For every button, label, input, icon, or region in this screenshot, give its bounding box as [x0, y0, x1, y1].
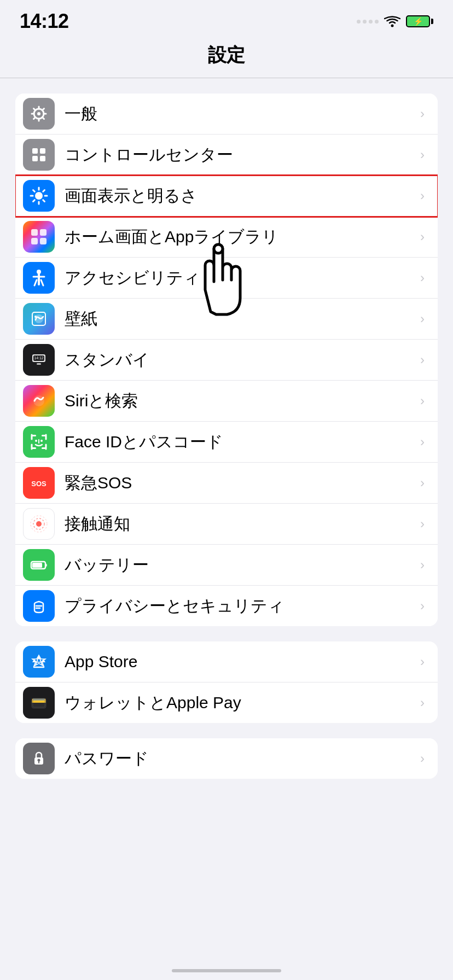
icon-siri	[23, 385, 55, 417]
label-display: 画面表示と明るさ	[65, 185, 414, 207]
svg-rect-26	[31, 238, 38, 244]
row-wallet[interactable]: ウォレットとApple Pay ›	[15, 682, 438, 723]
row-control-center[interactable]: コントロールセンター ›	[15, 135, 438, 176]
svg-line-10	[34, 118, 36, 119]
chevron-passwords: ›	[418, 751, 427, 766]
svg-rect-11	[32, 148, 38, 154]
svg-point-49	[35, 440, 37, 442]
settings-group-2: A App Store › ウォレットとApple	[15, 641, 438, 723]
svg-rect-38	[37, 363, 41, 365]
svg-line-9	[43, 109, 44, 110]
label-control-center: コントロールセンター	[65, 144, 414, 166]
svg-line-31	[34, 280, 37, 285]
svg-rect-14	[40, 156, 45, 161]
chevron-privacy: ›	[418, 598, 427, 614]
icon-privacy	[23, 590, 55, 622]
row-passwords[interactable]: パスワード ›	[15, 738, 438, 779]
signal-icon	[357, 20, 379, 24]
svg-line-8	[43, 118, 44, 119]
svg-point-34	[34, 316, 37, 318]
label-standby: スタンバイ	[65, 349, 414, 371]
chevron-home-screen: ›	[418, 229, 427, 244]
status-time: 14:12	[20, 10, 69, 33]
label-accessibility: アクセシビリティ	[65, 267, 414, 289]
svg-rect-25	[40, 229, 47, 236]
svg-rect-65	[32, 701, 46, 703]
svg-rect-27	[40, 238, 47, 244]
svg-rect-58	[45, 564, 47, 567]
svg-line-7	[34, 109, 36, 110]
svg-line-20	[33, 190, 35, 192]
chevron-sos: ›	[418, 475, 427, 491]
row-sos[interactable]: SOS 緊急SOS ›	[15, 463, 438, 504]
label-passwords: パスワード	[65, 748, 414, 770]
svg-point-2	[37, 112, 40, 115]
chevron-control-center: ›	[418, 147, 427, 162]
svg-point-0	[391, 25, 394, 27]
icon-general	[23, 98, 55, 130]
row-wallpaper[interactable]: 壁紙 ›	[15, 299, 438, 340]
svg-rect-24	[31, 229, 38, 236]
icon-faceid	[23, 426, 55, 458]
battery-bolt: ⚡	[414, 17, 423, 26]
svg-rect-57	[32, 563, 42, 568]
chevron-general: ›	[418, 106, 427, 121]
svg-point-50	[40, 440, 43, 442]
row-accessibility[interactable]: アクセシビリティ ›	[15, 258, 438, 299]
icon-wallet	[23, 687, 55, 719]
label-battery: バッテリー	[65, 554, 414, 576]
label-wallet: ウォレットとApple Pay	[65, 692, 414, 714]
label-appstore: App Store	[65, 652, 414, 671]
row-display[interactable]: 画面表示と明るさ ›	[15, 176, 438, 217]
label-home-screen: ホーム画面とAppライブラリ	[65, 226, 414, 248]
chevron-accessibility: ›	[418, 270, 427, 285]
chevron-faceid: ›	[418, 434, 427, 450]
chevron-display: ›	[418, 188, 427, 203]
chevron-wallet: ›	[418, 695, 427, 710]
row-battery[interactable]: バッテリー ›	[15, 545, 438, 586]
icon-control-center	[23, 139, 55, 171]
chevron-exposure: ›	[418, 516, 427, 532]
label-exposure: 接触通知	[65, 513, 414, 535]
chevron-standby: ›	[418, 352, 427, 368]
row-exposure[interactable]: 接触通知 ›	[15, 504, 438, 545]
chevron-wallpaper: ›	[418, 311, 427, 326]
row-faceid[interactable]: Face IDとパスコード ›	[15, 422, 438, 463]
svg-text:SOS: SOS	[31, 480, 47, 488]
label-privacy: プライバシーとセキュリティ	[65, 595, 414, 617]
home-indicator	[172, 969, 281, 972]
svg-line-23	[33, 200, 35, 202]
icon-display	[23, 180, 55, 212]
status-bar: 14:12 ⚡	[0, 0, 453, 38]
label-wallpaper: 壁紙	[65, 308, 414, 330]
row-privacy[interactable]: プライバシーとセキュリティ ›	[15, 586, 438, 626]
icon-wallpaper	[23, 303, 55, 335]
chevron-siri: ›	[418, 393, 427, 409]
settings-group-1: 一般 › コントロールセンター ›	[15, 94, 438, 626]
icon-home-screen	[23, 221, 55, 253]
icon-appstore: A	[23, 646, 55, 678]
wifi-icon	[384, 15, 400, 27]
row-standby[interactable]: 14:12 スタンバイ ›	[15, 340, 438, 381]
svg-line-32	[41, 280, 43, 285]
label-faceid: Face IDとパスコード	[65, 431, 414, 453]
status-icons: ⚡	[357, 15, 433, 27]
row-appstore[interactable]: A App Store ›	[15, 641, 438, 682]
icon-sos: SOS	[23, 467, 55, 499]
icon-standby: 14:12	[23, 344, 55, 376]
label-general: 一般	[65, 103, 414, 125]
icon-accessibility	[23, 262, 55, 294]
label-sos: 緊急SOS	[65, 472, 414, 494]
chevron-appstore: ›	[418, 654, 427, 669]
row-general[interactable]: 一般 ›	[15, 94, 438, 135]
svg-line-21	[43, 200, 45, 202]
settings-group-3: パスワード ›	[15, 738, 438, 779]
row-siri[interactable]: Siriと検索 ›	[15, 381, 438, 422]
battery-icon: ⚡	[406, 15, 433, 27]
chevron-battery: ›	[418, 557, 427, 573]
label-siri: Siriと検索	[65, 390, 414, 412]
svg-point-15	[35, 192, 43, 200]
row-home-screen[interactable]: ホーム画面とAppライブラリ ›	[15, 217, 438, 258]
svg-point-53	[36, 521, 42, 527]
svg-line-22	[43, 190, 45, 192]
